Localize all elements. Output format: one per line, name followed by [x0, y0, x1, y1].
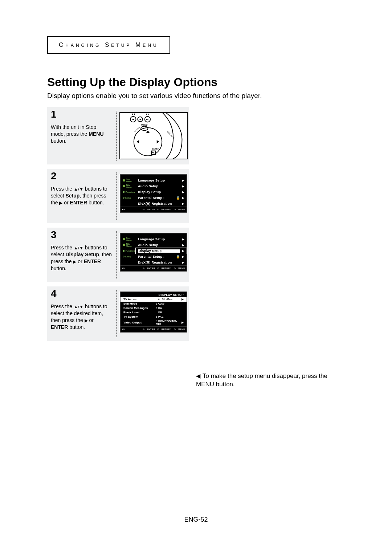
- display-row: Video Output: COMPOSIT/S-VID▶: [121, 319, 187, 326]
- tip-arrow-icon: ◀: [196, 373, 200, 379]
- page-number: ENG-52: [0, 516, 392, 523]
- osd-item: Audio Setup▶: [136, 183, 187, 189]
- lock-icon: 🔒: [176, 255, 180, 258]
- remote-enter-label: ENTER: [152, 148, 159, 150]
- svg-text:▶▶: ▶▶: [146, 113, 150, 115]
- svg-text:▶॥: ▶॥: [146, 118, 150, 121]
- display-row: Black Level: Off: [121, 310, 187, 315]
- display-row: Screen Messages: On: [121, 306, 187, 310]
- osd-display-setup: DISPLAY SETUP TV Aspect: 4 : 3 L-Box▶ St…: [120, 292, 187, 333]
- step-2: 2 Press the ▲/▼ buttons to select Setup,…: [47, 169, 189, 223]
- svg-text:◀◀: ◀◀: [131, 113, 135, 115]
- osd-setup-menu-display-selected: 🟢Disc Menu 🟢Title Menu ◧Function ✿Setup …: [120, 233, 187, 272]
- osd-footer: ▪▫▪ ⊙ENTER ⊙RETURN ⊙MENU: [121, 207, 187, 212]
- step-3-number: 3: [47, 229, 60, 241]
- section-heading-box: Changing Setup Menu: [47, 36, 170, 54]
- svg-text:⏮: ⏮: [132, 118, 134, 121]
- steps-container: 1 With the unit in Stop mode, press the …: [47, 107, 345, 341]
- page-title: Setting Up the Display Options: [47, 76, 345, 89]
- osd-tag-disc: 🟢Disc Menu: [123, 178, 136, 183]
- step-1-number: 1: [47, 109, 60, 120]
- osd-item: Parental Setup :🔒▶: [136, 195, 187, 201]
- display-row: TV System: PAL: [121, 315, 187, 319]
- section-label: Changing Setup Menu: [59, 41, 159, 48]
- lock-icon: 🔒: [176, 196, 180, 200]
- step-1: 1 With the unit in Stop mode, press the …: [47, 107, 189, 164]
- intro-text: Display options enable you to set variou…: [47, 92, 345, 100]
- osd-item: Display Setup▶: [136, 189, 187, 195]
- osd-tag-title: 🟢Title Menu: [123, 183, 136, 189]
- osd-item: Language Setup▶: [136, 178, 187, 183]
- osd-item: DivX(R) Registration▶: [136, 201, 187, 207]
- remote-menu-label: MENU: [141, 124, 147, 126]
- osd-tag-func: ◧Function: [123, 189, 136, 195]
- step-4: 4 Press the ▲/▼ buttons to select the de…: [47, 286, 189, 341]
- remote-control-diagram: ⏮ ■ ▶॥ ◀◀ ▶▶ MENU ENTER: [120, 113, 187, 159]
- display-row-tv-aspect: TV Aspect: 4 : 3 L-Box▶: [121, 297, 187, 302]
- step-2-screenshot: 🟢Disc Menu 🟢Title Menu ◧Function ✿Setup …: [118, 172, 189, 220]
- osd-tag-setup: ✿Setup: [123, 195, 136, 201]
- tip-note: ◀To make the setup menu disappear, press…: [196, 372, 334, 389]
- step-1-remote-illustration: ⏮ ■ ▶॥ ◀◀ ▶▶ MENU ENTER: [118, 111, 189, 161]
- svg-text:DISC MENU: DISC MENU: [167, 131, 175, 139]
- step-3-screenshot: 🟢Disc Menu 🟢Title Menu ◧Function ✿Setup …: [118, 231, 189, 278]
- step-4-number: 4: [47, 288, 60, 299]
- svg-text:RETURN: RETURN: [134, 126, 140, 133]
- step-2-number: 2: [47, 170, 60, 182]
- step-3: 3 Press the ▲/▼ buttons to select Displa…: [47, 228, 189, 282]
- display-row: Still Mode: Auto: [121, 302, 187, 306]
- svg-text:■: ■: [139, 118, 141, 121]
- display-setup-heading: DISPLAY SETUP: [121, 292, 187, 297]
- step-4-screenshot: DISPLAY SETUP TV Aspect: 4 : 3 L-Box▶ St…: [118, 290, 189, 337]
- osd-setup-menu: 🟢Disc Menu 🟢Title Menu ◧Function ✿Setup …: [120, 174, 187, 213]
- step-divider: [116, 111, 117, 161]
- osd-item-selected: Display Setup▶: [136, 248, 187, 254]
